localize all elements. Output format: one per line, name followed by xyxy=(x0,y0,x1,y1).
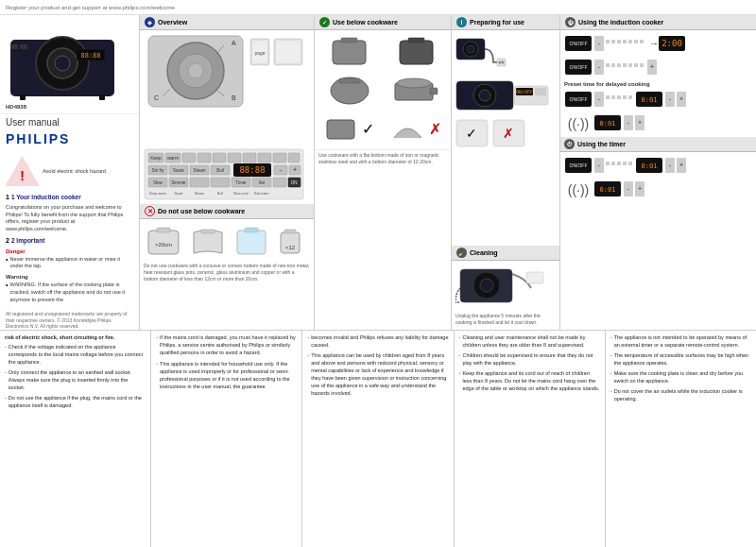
svg-point-98 xyxy=(502,61,505,64)
cleaning-icon: 🧹 xyxy=(456,248,467,258)
svg-point-91 xyxy=(397,78,431,88)
body-col5-text-4: Do not cover the air outlets while the i… xyxy=(614,388,751,403)
registration-info: All registered and unregistered trademar… xyxy=(6,311,133,330)
overview-column: ◈ Overview A B C xyxy=(140,15,315,330)
body-col2-item-2: - This appliance is intended for househo… xyxy=(156,361,297,391)
body-col5-text-1: The appliance is not intended to be oper… xyxy=(614,334,751,350)
body-col4-text-2: Children should be supervised to ensure … xyxy=(462,352,599,368)
body-col5-item-1: - The appliance is not intended to be op… xyxy=(610,334,751,350)
svg-rect-40 xyxy=(288,153,300,162)
danger-icon: ! xyxy=(6,155,39,188)
pot-svg-4 xyxy=(392,72,439,108)
induction-column: ⏻ Using the induction cooker ON/OFF - xyxy=(560,15,756,330)
small-pot: <12 xyxy=(276,223,304,259)
svg-rect-137 xyxy=(634,63,638,67)
warning-section: Warning xyxy=(6,273,133,280)
cookware-grid: ✓ ✗ xyxy=(315,30,451,149)
overview-diagrams: A B C page xyxy=(140,30,314,146)
timer-icon: ⏱ xyxy=(564,139,575,149)
svg-rect-148 xyxy=(623,95,627,99)
use-cookware-title: Use below cookware xyxy=(333,19,398,26)
body-col5-item-4: - Do not cover the air outlets while the… xyxy=(610,388,751,403)
onoff-svg-2: ON/OFF - + xyxy=(564,57,687,77)
danger-item-1: • Never immerse the appliance in water o… xyxy=(6,256,133,270)
svg-rect-83 xyxy=(333,41,366,64)
warning-text-1: WARNING: If the surface of the cooking p… xyxy=(9,282,133,303)
svg-text:Steam: Steam xyxy=(195,192,204,196)
svg-text:A: A xyxy=(232,40,236,46)
svg-text:warm: warm xyxy=(167,155,179,161)
svg-text:-: - xyxy=(280,165,283,174)
body-col4-item-1: - Cleaning and user maintenance shall no… xyxy=(459,334,600,350)
warning-label: Warning xyxy=(6,274,28,280)
use-cookware-column: ✓ Use below cookware xyxy=(315,15,452,330)
timer-svg-2: ((·)) 0:01 - + xyxy=(564,179,687,199)
big-pot-svg: >20cm xyxy=(144,223,183,259)
svg-rect-5 xyxy=(99,94,105,100)
cross-mark: ✗ xyxy=(429,120,441,138)
pot-check-row: ✓ xyxy=(318,111,382,146)
svg-text:!: ! xyxy=(20,168,25,183)
preparing-title: Preparing for use xyxy=(470,19,524,26)
bullet-body-4-1: - xyxy=(459,334,461,350)
svg-rect-10 xyxy=(20,44,27,49)
bullet-body-3-1: - xyxy=(307,334,309,350)
body-col3-item-2: - This appliance can be used by children… xyxy=(307,352,448,398)
body-col1-heading: risk of electric shock, short circuiting… xyxy=(5,334,146,342)
bullet-body-5-2: - xyxy=(610,352,612,368)
svg-text:88:88: 88:88 xyxy=(239,165,265,175)
svg-text:+: + xyxy=(650,63,654,70)
svg-rect-105 xyxy=(535,88,546,95)
concave-pot xyxy=(189,223,227,259)
svg-text:→: → xyxy=(649,38,659,48)
cross-pot-svg xyxy=(391,114,424,143)
body-col-2: - If the mains cord is damaged, you must… xyxy=(151,331,302,547)
svg-text:+: + xyxy=(679,95,683,102)
svg-rect-145 xyxy=(606,95,610,99)
warning-item-1: • WARNING: If the surface of the cooking… xyxy=(6,282,133,303)
confirm-diagram: ✓ ✗ xyxy=(455,119,556,147)
svg-text:Set: Set xyxy=(259,180,266,185)
svg-text:+: + xyxy=(638,119,642,126)
svg-text:ON: ON xyxy=(291,180,298,185)
svg-rect-146 xyxy=(611,95,615,99)
do-not-use-content: >20cm xyxy=(140,219,314,286)
svg-rect-38 xyxy=(258,153,271,162)
svg-rect-168 xyxy=(611,162,615,165)
svg-rect-149 xyxy=(628,95,632,99)
body-col3-text-2: This appliance can be used by children a… xyxy=(311,352,448,398)
product-image: 88:88 xyxy=(6,21,119,101)
danger-label: Danger xyxy=(6,248,26,254)
svg-text:Timer: Timer xyxy=(235,180,247,185)
timer-row-2: ((·)) 0:01 - + xyxy=(564,179,752,199)
induction-icon: ⏻ xyxy=(565,17,576,27)
svg-text:((·)): ((·)) xyxy=(568,116,590,131)
top-bar: Register your product and get support at… xyxy=(0,0,756,15)
svg-text:Steam: Steam xyxy=(193,168,205,173)
svg-point-3 xyxy=(55,56,70,71)
svg-text:C: C xyxy=(154,94,159,101)
user-manual-title: User manual xyxy=(6,117,133,128)
svg-text:Simmer: Simmer xyxy=(171,180,186,185)
svg-text:+: + xyxy=(638,185,642,192)
bottom-body: risk of electric shock, short circuiting… xyxy=(0,330,756,547)
body-col2-text-2: This appliance is intended for household… xyxy=(160,361,297,391)
body-col1-item-1: - Check if the voltage indicated on the … xyxy=(5,344,146,367)
preset-row-2: ((·)) 0:01 - + xyxy=(564,112,752,133)
control-panel-diagram: Keep warm Stir fry Saute xyxy=(140,146,314,204)
svg-text:Slow: Slow xyxy=(153,180,163,185)
bullet-body-4-2: - xyxy=(459,352,461,368)
pot-cell-1 xyxy=(318,33,382,69)
bullet-body-1-3: - xyxy=(5,395,7,410)
svg-point-112 xyxy=(480,279,493,292)
svg-text:ON/OFF: ON/OFF xyxy=(570,96,588,102)
big-pot: >20cm xyxy=(144,223,183,259)
cooker-socket-svg xyxy=(455,34,507,72)
svg-rect-85 xyxy=(400,41,433,64)
body-col-4: - Cleaning and user maintenance shall no… xyxy=(455,331,606,547)
body-col-5: - The appliance is not intended to be op… xyxy=(606,331,756,547)
cooker-panel-diagram: ON/OFF xyxy=(455,77,556,114)
svg-rect-124 xyxy=(640,40,644,43)
onoff-svg-1: ON/OFF - → xyxy=(564,33,687,54)
preset-row-1: ON/OFF - 0:01 - + xyxy=(564,89,752,110)
